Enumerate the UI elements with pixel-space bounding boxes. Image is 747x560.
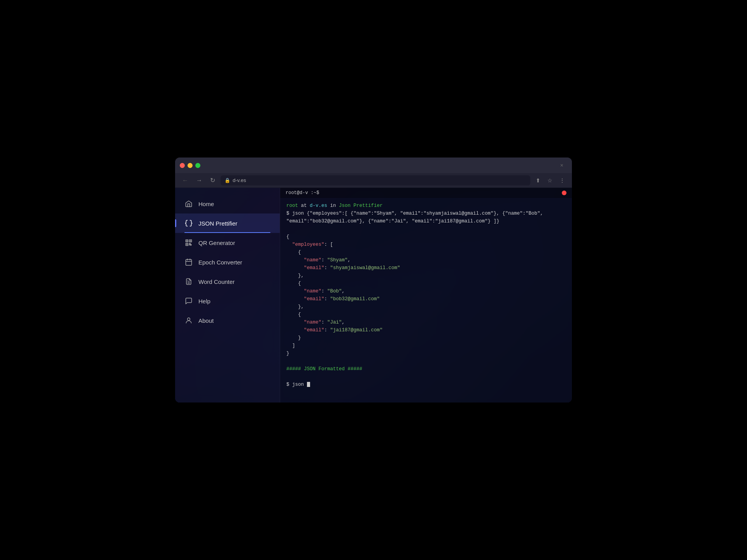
sidebar-item-json-label: JSON Prettifier [198, 220, 237, 227]
svg-rect-5 [186, 244, 188, 245]
term-user: root [286, 203, 298, 208]
sidebar-item-json-prettifier[interactable]: JSON Prettifier [175, 214, 280, 233]
term-prompt2: $ json [286, 381, 566, 388]
back-button[interactable]: ← [180, 175, 191, 186]
nav-bar: ← → ↻ 🔒 d-v.es ⬆ ☆ ⋮ [175, 173, 572, 188]
browser-window: × ← → ↻ 🔒 d-v.es ⬆ ☆ ⋮ Home [175, 158, 572, 402]
sidebar-item-qr-label: QR Generator [198, 240, 235, 246]
lock-icon: 🔒 [224, 178, 230, 183]
sidebar-item-epoch-label: Epoch Converter [198, 259, 242, 266]
title-bar: × [175, 158, 572, 173]
term-separator: ##### JSON Formatted ##### [286, 365, 566, 373]
terminal-record-dot [562, 191, 566, 195]
term-email1: "email": "shyamjaiswal@gmail.com" [286, 264, 566, 272]
term-brace-close: } [286, 350, 566, 357]
sidebar-item-word-counter[interactable]: Word Counter [175, 272, 280, 291]
minimize-button[interactable] [188, 163, 193, 168]
term-obj1-close: }, [286, 272, 566, 280]
term-prompt-line1: root at d-v.es in Json Prettifier [286, 202, 566, 210]
refresh-button[interactable]: ↻ [208, 175, 217, 186]
nav-actions: ⬆ ☆ ⋮ [533, 176, 567, 185]
svg-rect-4 [190, 240, 191, 242]
term-in: in [330, 203, 339, 208]
sidebar: Home JSON Prettifier QR Generator Epoch … [175, 188, 280, 402]
maximize-button[interactable] [195, 163, 200, 168]
term-separator-text: ##### JSON Formatted ##### [286, 366, 362, 372]
term-brace-open: { [286, 233, 566, 241]
calendar-icon [184, 258, 193, 266]
qr-icon [184, 238, 193, 247]
sidebar-item-help[interactable]: Help [175, 291, 280, 311]
terminal-body[interactable]: root at d-v.es in Json Prettifier $ json… [280, 198, 572, 402]
terminal-panel: root@d-v :~$ root at d-v.es in Json Pret… [280, 188, 572, 402]
close-button[interactable] [180, 163, 185, 168]
term-obj2-open: { [286, 280, 566, 287]
terminal-title: root@d-v :~$ [286, 190, 319, 196]
address-bar[interactable]: 🔒 d-v.es [221, 175, 530, 186]
json-icon [184, 219, 193, 228]
term-name3: "name": "Jai", [286, 318, 566, 326]
term-employees-key: "employees": [ [286, 241, 566, 248]
home-icon [184, 200, 193, 208]
share-button[interactable]: ⬆ [533, 176, 543, 185]
traffic-lights [180, 163, 200, 168]
term-email2: "email": "bob32@gmail.com" [286, 295, 566, 303]
sidebar-item-home[interactable]: Home [175, 194, 280, 214]
term-name2: "name": "Bob", [286, 287, 566, 295]
term-arr-close: ] [286, 342, 566, 350]
sidebar-item-about-label: About [198, 317, 214, 324]
sidebar-item-qr-generator[interactable]: QR Generator [175, 233, 280, 252]
sidebar-item-word-counter-label: Word Counter [198, 278, 235, 285]
term-host: d-v.es [310, 203, 327, 208]
term-name1: "name": "Shyam", [286, 256, 566, 264]
term-obj3-open: { [286, 311, 566, 318]
menu-button[interactable]: ⋮ [557, 176, 567, 185]
help-icon [184, 297, 193, 305]
term-dir: Json Prettifier [339, 203, 383, 208]
person-icon [184, 316, 193, 325]
url-text: d-v.es [233, 177, 246, 183]
term-cmd1: $ json {"employees":[ {"name":"Shyam", "… [286, 210, 566, 217]
term-obj3-close: } [286, 334, 566, 342]
sidebar-item-epoch-converter[interactable]: Epoch Converter [175, 252, 280, 272]
bookmark-button[interactable]: ☆ [545, 176, 555, 185]
tab-close-button[interactable]: × [560, 162, 563, 168]
term-obj1-open: { [286, 248, 566, 256]
term-at: at [301, 203, 310, 208]
term-obj2-close: }, [286, 303, 566, 311]
svg-rect-3 [186, 240, 188, 242]
sidebar-item-help-label: Help [198, 298, 210, 304]
sidebar-item-about[interactable]: About [175, 311, 280, 330]
main-content: Home JSON Prettifier QR Generator Epoch … [175, 188, 572, 402]
terminal-cursor [307, 382, 310, 387]
term-prompt2-text: $ json [286, 382, 307, 387]
terminal-header: root@d-v :~$ [280, 188, 572, 198]
term-cmd1b: "email":"bob32@gmail.com"}, {"name":"Jai… [286, 217, 566, 225]
svg-point-7 [188, 318, 190, 320]
text-icon [184, 277, 193, 286]
svg-rect-6 [186, 259, 192, 265]
sidebar-item-home-label: Home [198, 201, 214, 207]
forward-button[interactable]: → [194, 175, 205, 186]
term-cmd1b-text: "email":"bob32@gmail.com"}, {"name":"Jai… [286, 219, 500, 224]
term-email3: "email": "jai187@gmail.com" [286, 326, 566, 334]
term-cmd1-text: $ json {"employees":[ {"name":"Shyam", "… [286, 211, 543, 216]
